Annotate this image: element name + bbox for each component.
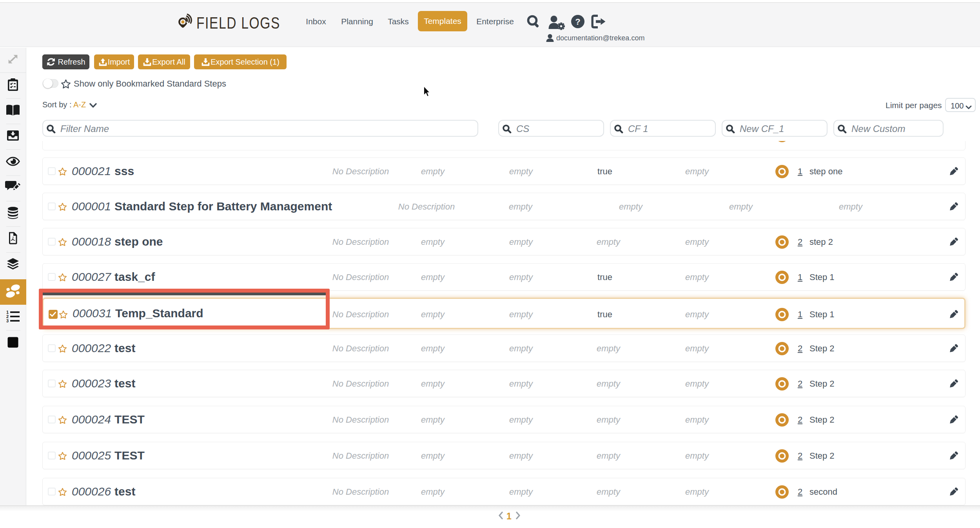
svg-text:?: ? [575, 17, 580, 27]
svg-text:3: 3 [6, 318, 9, 323]
